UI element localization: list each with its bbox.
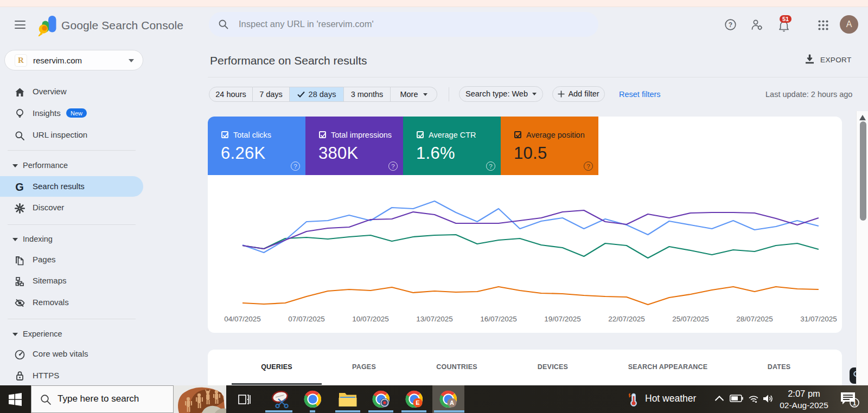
svg-text:A: A — [450, 399, 454, 406]
svg-text:?: ? — [729, 21, 732, 29]
svg-text:E: E — [416, 399, 419, 406]
svg-text:G: G — [15, 182, 24, 192]
svg-text:1: 1 — [853, 399, 857, 407]
